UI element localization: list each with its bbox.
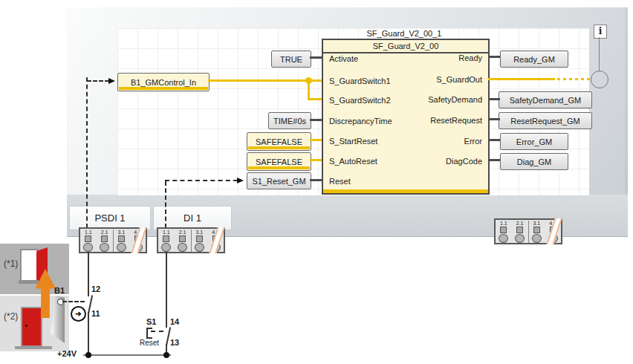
info-icon-stem bbox=[599, 37, 600, 71]
b1-contact-12: 12 bbox=[91, 285, 100, 293]
input-var-s1-reset-gm[interactable]: S1_Reset_GM bbox=[247, 172, 311, 189]
door-sill-icon bbox=[19, 280, 39, 284]
wire-b1-top bbox=[88, 252, 89, 296]
output-var-diag-gm[interactable]: Diag_GM bbox=[500, 153, 568, 170]
terminal-cell: 2.1 bbox=[97, 230, 114, 252]
wire-resetrequest bbox=[488, 118, 500, 120]
wire-s-guardout bbox=[488, 78, 555, 80]
terminal-clamp-icon bbox=[500, 227, 507, 233]
info-icon[interactable]: i bbox=[594, 25, 607, 39]
actuation-arrow-icon: ➔ bbox=[71, 306, 86, 322]
junction-node bbox=[163, 352, 169, 358]
terminal-label: 3.1 bbox=[533, 221, 541, 227]
pin-diagcode: DiagCode bbox=[446, 157, 482, 166]
actuator-link-s1 bbox=[151, 331, 163, 332]
wire-diagcode bbox=[488, 159, 500, 161]
dashed-line-b1-horizontal bbox=[87, 80, 109, 82]
terminal-label: 3.1 bbox=[196, 230, 204, 235]
dashed-line-s1-to-reset bbox=[165, 180, 238, 181]
input-var-safefalse-2[interactable]: SAFEFALSE bbox=[247, 152, 311, 171]
open-door-frame-icon bbox=[20, 249, 39, 284]
wire-ready bbox=[488, 56, 500, 58]
s1-contact-14: 14 bbox=[170, 317, 179, 326]
terminal-clamp-icon bbox=[85, 235, 91, 242]
pin-s-guardswitch2: S_GuardSwitch2 bbox=[329, 96, 391, 105]
input-var-b1-gmcontrol-in[interactable]: B1_GMControl_In bbox=[117, 73, 210, 91]
output-var-resetrequest-gm[interactable]: ResetRequest_GM bbox=[499, 112, 592, 129]
terminal-block-right: 1.1 2.1 3.1 4.1 bbox=[494, 218, 562, 244]
door-sill-icon bbox=[15, 346, 52, 349]
terminal-clamp-icon bbox=[101, 235, 108, 242]
wire-safetydemand bbox=[488, 98, 500, 100]
supply-label: +24V bbox=[57, 349, 77, 358]
input-var-true[interactable]: TRUE bbox=[271, 51, 311, 68]
terminal-screw-icon bbox=[178, 243, 187, 252]
pin-reset: Reset bbox=[329, 177, 351, 186]
terminal-screw-icon bbox=[100, 243, 109, 252]
wire-discrepancytime bbox=[310, 119, 322, 121]
b1-label: B1 bbox=[54, 286, 65, 295]
terminal-label: 1.1 bbox=[85, 230, 92, 235]
output-var-safetydemand-gm[interactable]: SafetyDemand_GM bbox=[499, 91, 592, 108]
terminal-screw-icon bbox=[117, 243, 126, 252]
pin-s-autoreset: S_AutoReset bbox=[329, 157, 377, 166]
pin-s-guardout: S_GuardOut bbox=[436, 75, 482, 84]
terminal-screw-icon bbox=[161, 243, 171, 252]
wire-b1-bottom bbox=[88, 312, 89, 356]
terminal-cell: 2.1 bbox=[512, 221, 529, 243]
function-block[interactable]: SF_Guard_V2_00 Activate S_GuardSwitch1 S… bbox=[322, 39, 490, 195]
pin-s-guardswitch1: S_GuardSwitch1 bbox=[329, 77, 391, 85]
output-var-error-gm[interactable]: Error_GM bbox=[500, 133, 568, 150]
input-var-time0s[interactable]: TIME#0s bbox=[268, 112, 311, 129]
terminal-screw-icon bbox=[83, 243, 93, 252]
arrowhead-b1-icon bbox=[108, 78, 115, 84]
connection-point-circle bbox=[591, 71, 608, 88]
function-block-title: SF_Guard_V2_00 bbox=[323, 40, 488, 53]
terminal-label: 2.1 bbox=[179, 230, 186, 235]
s1-contact-13: 13 bbox=[170, 338, 179, 347]
terminal-label: 2.1 bbox=[101, 230, 108, 235]
wire-guardswitch2 bbox=[308, 98, 322, 100]
pin-ready: Ready bbox=[458, 53, 482, 62]
screenshot-root: SF_Guard_V2_00_1 SF_Guard_V2_00 Activate… bbox=[0, 0, 633, 364]
pin-resetrequest: ResetRequest bbox=[430, 116, 482, 125]
dashed-line-b1-to-input bbox=[86, 77, 88, 228]
input-var-safefalse-1[interactable]: SAFEFALSE bbox=[247, 132, 311, 151]
wire-junction-dot bbox=[305, 77, 312, 84]
pin-error: Error bbox=[464, 137, 482, 146]
wire-autoreset bbox=[310, 159, 322, 161]
terminal-clamp-icon bbox=[196, 235, 203, 242]
pin-discrepancytime: DiscrepancyTime bbox=[329, 117, 392, 126]
b1-contact-11: 11 bbox=[91, 309, 100, 318]
wire-reset bbox=[310, 179, 322, 181]
block-instance-name: SF_Guard_V2_00_1 bbox=[322, 29, 487, 38]
terminal-label: 1.1 bbox=[163, 230, 170, 235]
dashed-line-s1-vertical bbox=[165, 181, 166, 228]
terminal-screw-icon bbox=[195, 243, 204, 252]
guard-open-label: (*1) bbox=[4, 259, 18, 268]
terminal-block-di1: 1.1 2.1 3.1 4.1 bbox=[157, 227, 225, 253]
terminal-screw-icon bbox=[499, 234, 508, 243]
pin-safetydemand: SafetyDemand bbox=[428, 95, 482, 104]
terminal-cell: 1.1 bbox=[496, 221, 512, 243]
terminal-label: 3.1 bbox=[118, 230, 126, 235]
wire-activate bbox=[310, 56, 322, 59]
closed-door-icon bbox=[21, 307, 42, 347]
terminal-clamp-icon bbox=[118, 235, 125, 242]
terminal-cell: 3.1 bbox=[529, 221, 545, 243]
terminal-cell: 2.1 bbox=[175, 230, 192, 252]
wire-s1-top bbox=[166, 252, 167, 328]
terminal-cell: 1.1 bbox=[158, 230, 175, 252]
pin-s-startreset: S_StartReset bbox=[329, 137, 377, 146]
s1-label: S1 bbox=[146, 317, 156, 326]
terminal-clamp-icon bbox=[179, 235, 186, 242]
arrowhead-s1-icon bbox=[237, 178, 244, 183]
s1-caption: Reset bbox=[140, 339, 159, 348]
terminal-label: 2.1 bbox=[516, 221, 524, 227]
terminal-screw-icon bbox=[532, 234, 542, 243]
supply-rail bbox=[83, 354, 171, 356]
output-var-ready-gm[interactable]: Ready_GM bbox=[500, 51, 568, 68]
terminal-label: 1.1 bbox=[500, 221, 507, 227]
actuator-link-b1 bbox=[62, 301, 85, 302]
terminal-block-psdi1: 1.1 2.1 3.1 4.1 bbox=[79, 227, 147, 253]
